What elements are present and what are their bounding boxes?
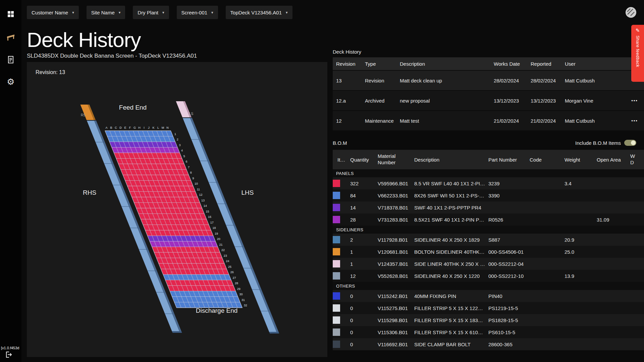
bom-cell-part: 000-SS2212-04 (488, 261, 529, 267)
history-cell-user: Matt Cutbush (561, 78, 625, 83)
history-header-cell: Description (396, 61, 490, 67)
bom-cell-quantity: 0 (350, 329, 377, 335)
svg-text:10: 10 (195, 182, 198, 185)
history-header-cell: User (561, 61, 625, 67)
bom-cell-part: PIN40 (488, 293, 529, 299)
bom-cell-material: V115275.B01 (377, 305, 414, 311)
apps-icon[interactable] (0, 5, 21, 23)
bom-cell-part: 28600-365 (488, 342, 529, 347)
history-panel-label: Deck History (333, 49, 644, 55)
row-menu-button[interactable]: ••• (625, 118, 644, 123)
history-row[interactable]: 12MaintenanceMatt test21/02/202421/02/20… (333, 111, 644, 131)
bom-cell-description: 40MM FIXING PIN (414, 293, 488, 299)
svg-text:C: C (115, 126, 117, 129)
panel-color-chip (333, 216, 340, 223)
rhs-label: RHS (83, 189, 96, 196)
history-table: RevisionTypeDescriptionWorks DateReporte… (333, 57, 644, 131)
svg-text:15: 15 (206, 210, 209, 213)
include-bom-toggle[interactable] (624, 140, 636, 146)
bom-row: 130V116692.B01SIDE CLAMP BAR BOLT28600-3… (333, 338, 644, 350)
history-header-row: RevisionTypeDescriptionWorks DateReporte… (333, 57, 644, 71)
history-row[interactable]: 12.aArchivednew proposal13/12/202313/12/… (333, 91, 644, 111)
bom-cell-quantity: 1 (350, 249, 377, 255)
bom-row: 1322V595966.B018.5 VR SWF L40 40 1X1 2-P… (333, 177, 644, 189)
svg-text:N: N (166, 126, 169, 129)
chevron-down-icon: ▾ (72, 10, 74, 15)
svg-text:20: 20 (217, 237, 220, 241)
row-menu-button[interactable]: ••• (625, 98, 644, 103)
gear-icon[interactable]: ⚙ (0, 72, 21, 91)
bom-row: 428V731283.B018.5X21 SWF 40 1X1 2-PIN PR… (333, 214, 644, 226)
history-cell-reported: 21/02/2024 (527, 118, 561, 124)
history-cell-user: Morgan Vine (561, 98, 625, 104)
brand-logo-glyph (625, 6, 637, 19)
bom-cell-material: V120681.B01 (377, 249, 414, 255)
svg-text:22: 22 (221, 248, 225, 252)
deck-icon[interactable] (0, 28, 21, 47)
pencil-icon: ✎ (636, 27, 640, 34)
svg-text:28: 28 (235, 282, 238, 285)
svg-text:2: 2 (177, 138, 178, 141)
svg-text:18: 18 (212, 226, 216, 230)
bom-cell-description: SIDE LINER 40THK X 250 X 1… (414, 261, 488, 267)
gear-icon-glyph: ⚙ (7, 77, 14, 86)
chevron-down-icon: ▾ (162, 10, 164, 15)
logout-icon[interactable] (5, 351, 13, 360)
bom-header-clipped-line: W (630, 153, 641, 160)
share-feedback-label: Share feedback (635, 36, 640, 67)
bom-cell-description: BOLTON SIDELINER 40THK X … (414, 249, 488, 255)
svg-text:24: 24 (226, 259, 229, 263)
share-feedback-tab[interactable]: ✎ Share feedback (631, 25, 644, 82)
bom-row: 90V115242.B0140MM FIXING PINPIN40 (333, 290, 644, 302)
history-cell-description: Matt deck clean up (396, 78, 490, 83)
dropdown-site-name[interactable]: Site Name▾ (87, 6, 125, 19)
history-row[interactable]: 13RevisionMatt deck clean up28/02/202428… (333, 71, 644, 91)
panel-color-chip (333, 328, 340, 336)
topbar: Customer Name▾Site Name▾Dry Plant▾Screen… (21, 0, 644, 25)
history-cell-type: Archived (362, 98, 396, 104)
bom-header-cell: Part Number (488, 157, 529, 163)
panel-color-chip (333, 204, 340, 211)
ls-label: LS (189, 112, 194, 116)
bom-cell-weight: 13.9 (564, 273, 596, 279)
history-cell-type: Revision (362, 78, 396, 83)
bom-cell-material: V552628.B01 (377, 273, 414, 279)
bom-cell-quantity: 1 (350, 261, 377, 267)
bom-section-header: SIDELINERS (333, 226, 644, 234)
lhs-label: LHS (241, 189, 254, 196)
bom-header-cell: Weight (564, 157, 596, 163)
svg-text:H: H (138, 126, 141, 129)
bom-bar: B.O.M Include B.O.M Items (333, 140, 636, 146)
svg-text:25: 25 (228, 265, 231, 268)
dropdown-label: Dry Plant (138, 10, 158, 15)
document-icon[interactable] (0, 50, 21, 69)
bom-row: 61V120681.B01BOLTON SIDELINER 40THK X …0… (333, 246, 644, 258)
bom-cell-material: V115298.B01 (377, 317, 414, 323)
history-cell-revision: 12.a (333, 98, 362, 104)
deck-icon-glyph (6, 33, 15, 42)
dropdown-topdeck-v123456-a01[interactable]: TopDeck V123456.A01▾ (226, 6, 292, 19)
bom-cell-quantity: 28 (350, 217, 377, 223)
bom-cell-material: V595966.B01 (377, 181, 414, 186)
bom-cell-description: SIDELINER 40 X 250 X 1829 (414, 237, 488, 243)
bom-table: ItemQuantityMaterial NumberDescriptionPa… (333, 150, 644, 350)
svg-text:E: E (124, 126, 126, 129)
dropdown-customer-name[interactable]: Customer Name▾ (27, 6, 79, 19)
svg-text:12: 12 (199, 193, 202, 196)
dropdown-screen-001[interactable]: Screen-001▾ (177, 6, 218, 19)
history-cell-works_date: 13/12/2023 (490, 98, 527, 104)
bom-header-cell: Item (333, 157, 350, 163)
svg-text:F: F (129, 126, 131, 129)
svg-text:13: 13 (201, 199, 205, 202)
svg-text:9: 9 (192, 177, 194, 180)
bom-cell-part: 000-SS2212-10 (488, 273, 529, 279)
bom-section-header: OTHERS (333, 282, 644, 290)
dropdown-dry-plant[interactable]: Dry Plant▾ (133, 6, 169, 19)
history-header-cell: Type (362, 61, 396, 67)
brand-logo (625, 6, 637, 20)
bom-cell-material: V124357.B01 (377, 261, 414, 267)
svg-text:B: B (110, 126, 112, 129)
svg-text:5: 5 (183, 155, 185, 158)
history-header-cell: Revision (333, 61, 362, 67)
panel-color-chip (333, 316, 340, 324)
